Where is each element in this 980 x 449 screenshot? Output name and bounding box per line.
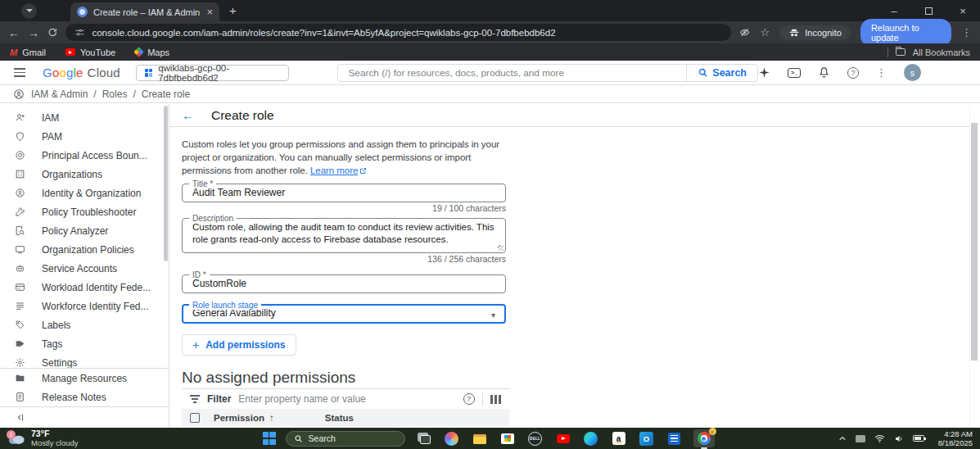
taskbar-search-label: Search xyxy=(309,433,336,443)
sidebar-item-release-notes[interactable]: Release Notes xyxy=(0,388,169,406)
content-scrollbar-thumb[interactable] xyxy=(971,123,978,361)
browser-tab[interactable]: Create role – IAM & Admin – qw × xyxy=(70,2,219,21)
profile-chevron-button[interactable] xyxy=(21,3,37,19)
bookmark-gmail[interactable]: MGmail xyxy=(10,48,46,57)
cloud-shell-icon[interactable]: >_ xyxy=(788,68,801,78)
description-field[interactable]: Description Custom role, allowing the au… xyxy=(182,218,506,253)
add-permissions-label: Add permissions xyxy=(205,339,285,351)
all-bookmarks-button[interactable]: All Bookmarks xyxy=(887,48,970,57)
breadcrumb-iam-admin[interactable]: IAM & Admin xyxy=(31,88,88,100)
tray-chevron-icon[interactable] xyxy=(838,435,847,442)
sidebar-item-identity-organization[interactable]: Identity & Organization xyxy=(0,184,169,202)
sidebar-item-principal-access-boundary[interactable]: Principal Access Boun... xyxy=(0,146,169,165)
project-selector[interactable]: qwiklabs-gcp-00-7dbfbebdb6d2 xyxy=(136,65,290,81)
forward-nav-icon[interactable]: → xyxy=(28,27,39,39)
filter-help-icon[interactable]: ? xyxy=(463,393,475,405)
divider xyxy=(482,392,483,406)
avatar[interactable]: s xyxy=(904,64,921,81)
taskbar-search[interactable]: Search xyxy=(286,431,405,447)
start-button[interactable] xyxy=(263,432,276,445)
gemini-sparkle-icon[interactable] xyxy=(758,66,770,79)
help-icon[interactable]: ? xyxy=(847,67,859,79)
console-search-input[interactable] xyxy=(338,67,686,79)
column-permission[interactable]: Permission xyxy=(214,413,264,423)
weather-widget[interactable]: 1 73°F Mostly cloudy xyxy=(0,429,79,447)
role-launch-stage-select[interactable]: Role launch stage General Availability ▾ xyxy=(182,304,506,324)
tab-close-icon[interactable]: × xyxy=(206,7,213,17)
bookmark-youtube[interactable]: YouTube xyxy=(65,48,115,57)
title-field[interactable]: Title * xyxy=(182,184,506,202)
boundary-icon xyxy=(15,150,25,161)
battery-icon[interactable] xyxy=(913,435,924,442)
eye-off-icon[interactable] xyxy=(739,26,750,39)
resize-handle[interactable] xyxy=(498,245,504,251)
breadcrumb-roles[interactable]: Roles xyxy=(102,88,128,100)
notifications-bell-icon[interactable] xyxy=(818,66,830,79)
column-status[interactable]: Status xyxy=(325,413,354,423)
address-bar[interactable]: console.cloud.google.com/iam-admin/roles… xyxy=(65,24,731,41)
column-display-icon[interactable] xyxy=(490,395,502,404)
sidebar-scrollbar[interactable] xyxy=(164,106,168,261)
sidebar-item-iam[interactable]: IAM xyxy=(0,108,169,127)
sidebar-item-labels[interactable]: Labels xyxy=(0,315,169,334)
description-char-counter: 136 / 256 characters xyxy=(182,254,506,264)
bookmark-maps[interactable]: Maps xyxy=(135,48,169,57)
reload-icon[interactable] xyxy=(47,27,57,38)
back-nav-icon[interactable]: ← xyxy=(8,27,20,39)
browser-menu-icon[interactable]: ⋮ xyxy=(961,26,972,39)
sort-ascending-icon[interactable]: ↑ xyxy=(269,413,274,423)
chrome-icon-active[interactable]: c xyxy=(693,429,715,447)
outlook-icon[interactable]: O xyxy=(638,429,656,447)
dell-icon[interactable]: DELL xyxy=(526,429,544,447)
volume-icon[interactable] xyxy=(894,434,904,443)
taskbar-clock[interactable]: 4:28 AM 8/18/2025 xyxy=(933,429,980,447)
relaunch-to-update-button[interactable]: Relaunch to update xyxy=(860,19,951,47)
filter-input[interactable] xyxy=(238,393,455,405)
sidebar-item-workload-identity[interactable]: Workload Identity Fede... xyxy=(0,278,169,297)
sidebar-item-service-accounts[interactable]: Service Accounts xyxy=(0,259,169,278)
sidebar-collapse-button[interactable] xyxy=(0,406,169,428)
console-search-bar[interactable]: Search xyxy=(337,64,758,82)
tray-device-icon[interactable] xyxy=(856,435,865,442)
sidebar-item-policy-analyzer[interactable]: Policy Analyzer xyxy=(0,221,169,240)
bookmarks-bar: MGmail YouTube Maps All Bookmarks xyxy=(0,43,980,61)
microsoft-store-icon[interactable] xyxy=(499,429,517,447)
back-arrow-icon[interactable]: ← xyxy=(182,108,194,122)
add-permissions-button[interactable]: + Add permissions xyxy=(182,334,296,356)
site-settings-icon[interactable] xyxy=(75,27,85,38)
title-field-label: Title * xyxy=(189,179,216,188)
select-all-checkbox[interactable] xyxy=(190,413,200,423)
copilot-icon[interactable] xyxy=(443,429,461,447)
notes-app-icon[interactable] xyxy=(666,429,684,447)
content-scrollbar-track[interactable] xyxy=(969,104,980,428)
sidebar-item-organization-policies[interactable]: Organization Policies xyxy=(0,240,169,259)
sidebar-item-manage-resources[interactable]: Manage Resources xyxy=(0,369,169,388)
title-input[interactable] xyxy=(192,187,495,198)
description-input[interactable]: Custom role, allowing the audit team to … xyxy=(192,221,495,247)
learn-more-link[interactable]: Learn more xyxy=(310,166,358,175)
amazon-icon[interactable]: a xyxy=(610,429,628,447)
filter-label: Filter xyxy=(207,393,231,405)
file-explorer-icon[interactable] xyxy=(471,429,489,447)
sidebar-item-organizations[interactable]: Organizations xyxy=(0,165,169,184)
id-field[interactable]: ID * xyxy=(182,274,506,293)
bookmark-star-icon[interactable]: ☆ xyxy=(761,26,770,39)
sidebar-item-policy-troubleshooter[interactable]: Policy Troubleshooter xyxy=(0,202,169,221)
table-header-row: Permission ↑ Status xyxy=(182,409,509,426)
table-filter-bar[interactable]: Filter ? xyxy=(182,389,509,409)
task-view-icon[interactable] xyxy=(415,429,433,447)
new-tab-button[interactable]: + xyxy=(229,3,237,17)
sidebar-item-pam[interactable]: PAM xyxy=(0,127,169,146)
id-input[interactable] xyxy=(192,278,495,289)
robot-icon xyxy=(15,263,25,274)
sidebar-item-workforce-identity[interactable]: Workforce Identity Fed... xyxy=(0,297,169,315)
edge-icon[interactable] xyxy=(582,429,600,447)
wifi-icon[interactable] xyxy=(874,434,885,443)
sidebar-item-tags[interactable]: Tags xyxy=(0,334,169,353)
menu-icon[interactable] xyxy=(14,68,25,77)
cloud-wordmark: Cloud xyxy=(88,66,120,79)
youtube-icon[interactable] xyxy=(554,429,572,447)
google-cloud-logo[interactable]: Google Cloud xyxy=(43,66,120,79)
header-overflow-icon[interactable]: ⋮ xyxy=(876,66,887,79)
console-search-button[interactable]: Search xyxy=(686,65,757,81)
